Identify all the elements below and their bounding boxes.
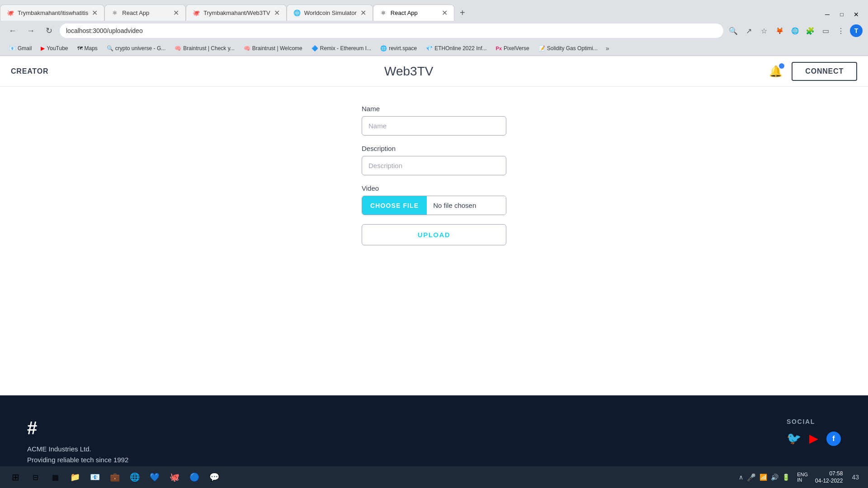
tab-3-close[interactable]: ✕ (274, 9, 280, 17)
profile-avatar[interactable]: T (850, 24, 863, 37)
tab-1-favicon: 🐙 (7, 9, 14, 17)
address-bar[interactable]: localhost:3000/uploadvideo (60, 23, 723, 38)
system-tray-chevron[interactable]: ∧ (739, 474, 743, 481)
file-input-row: CHOOSE FILE No file chosen (362, 196, 506, 215)
notification-center[interactable]: 43 (850, 472, 861, 483)
extension-icon-2[interactable]: 🌐 (788, 24, 801, 37)
tab-5[interactable]: ⚛ React App ✕ (373, 5, 454, 21)
tab-3-title: Trymbakmahant/Web3TV (203, 9, 270, 16)
name-input[interactable] (362, 116, 506, 136)
solidity-favicon: 📝 (538, 45, 545, 52)
maps-favicon: 🗺 (77, 45, 83, 52)
new-tab-button[interactable]: + (454, 5, 471, 21)
notification-badge (779, 63, 784, 69)
search-icon[interactable]: 🔍 (727, 24, 740, 37)
footer-social: SOCIAL 🐦 ▶ f (787, 418, 841, 446)
bookmark-remix-label: Remix - Ethereum I... (320, 45, 371, 52)
facebook-icon[interactable]: f (826, 432, 841, 446)
tab-1-title: Trymbakmahant/itiswhatitis (18, 9, 88, 16)
windows-start-button[interactable]: ⊞ (7, 469, 24, 485)
taskbar-left: ⊞ ⊟ ▦ 📁 📧 💼 🌐 💙 🐙 🔵 💬 (7, 469, 222, 485)
choose-file-button[interactable]: CHOOSE FILE (362, 196, 427, 215)
bookmark-braintrust1[interactable]: 🧠 Braintrust | Check y... (171, 44, 238, 53)
upload-form: Name Description Video CHOOSE FILE No fi… (362, 105, 506, 245)
tab-3[interactable]: 🐙 Trymbakmahant/Web3TV ✕ (186, 5, 286, 21)
taskbar-chrome[interactable]: 🔵 (186, 469, 203, 485)
bookmark-ethonline[interactable]: 💎 ETHOnline 2022 Inf... (422, 44, 490, 53)
taskbar-github[interactable]: 🐙 (166, 469, 183, 485)
extension-icon-1[interactable]: 🦊 (773, 24, 786, 37)
maximize-button[interactable]: □ (835, 8, 848, 21)
youtube-icon[interactable]: ▶ (809, 432, 818, 446)
bookmark-revirt[interactable]: 🌐 revirt.space (377, 44, 420, 53)
taskbar-search-button[interactable]: ⊟ (27, 469, 43, 485)
language-label: ENG (797, 472, 808, 477)
bookmark-crypto[interactable]: 🔍 crypto universe - G... (103, 44, 169, 53)
bookmark-icon[interactable]: ☆ (758, 24, 770, 37)
bookmark-remix[interactable]: 🔷 Remix - Ethereum I... (308, 44, 375, 53)
tab-1[interactable]: 🐙 Trymbakmahant/itiswhatitis ✕ (0, 5, 104, 21)
taskbar-file-manager[interactable]: 📁 (67, 469, 83, 485)
connect-button[interactable]: CONNECT (792, 62, 857, 81)
main-content: Name Description Video CHOOSE FILE No fi… (0, 87, 868, 395)
language-region: ENG IN (797, 472, 808, 483)
clock-date: 04-12-2022 (815, 478, 843, 484)
bookmark-pixelverse[interactable]: Px PixelVerse (492, 44, 533, 53)
network-icon[interactable]: 📶 (760, 474, 767, 481)
taskbar-edge[interactable]: 🌐 (127, 469, 143, 485)
footer-brand: # ACME Industries Ltd. Providing reliabl… (27, 418, 128, 465)
tab-2-close[interactable]: ✕ (173, 9, 179, 17)
address-bar-row: ← → ↻ localhost:3000/uploadvideo 🔍 ↗ ☆ 🦊… (0, 21, 868, 41)
gmail-favicon: 📧 (9, 45, 16, 52)
region-label: IN (797, 477, 802, 483)
microphone-icon[interactable]: 🎤 (747, 473, 756, 482)
tab-2[interactable]: ⚛ React App ✕ (104, 5, 186, 21)
extensions-icon[interactable]: 🧩 (804, 24, 816, 37)
reload-button[interactable]: ↻ (42, 23, 56, 38)
name-label: Name (362, 105, 506, 113)
bookmark-revirt-label: revirt.space (389, 45, 417, 52)
battery-icon[interactable]: 🔋 (782, 474, 790, 481)
bookmark-braintrust2[interactable]: 🧠 Braintrust | Welcome (240, 44, 306, 53)
volume-icon[interactable]: 🔊 (771, 474, 778, 481)
description-input[interactable] (362, 156, 506, 175)
name-form-group: Name (362, 105, 506, 136)
youtube-favicon: ▶ (41, 45, 45, 52)
close-window-button[interactable]: ✕ (850, 8, 863, 21)
remix-favicon: 🔷 (311, 45, 318, 52)
description-label: Description (362, 145, 506, 152)
taskbar-vscode[interactable]: 💙 (146, 469, 163, 485)
taskbar-email[interactable]: 📧 (87, 469, 103, 485)
creator-nav-item[interactable]: CREATOR (11, 67, 48, 75)
share-icon[interactable]: ↗ (742, 24, 755, 37)
more-bookmarks-icon[interactable]: » (603, 43, 612, 53)
taskbar-discord[interactable]: 💬 (206, 469, 222, 485)
sidebar-icon[interactable]: ▭ (819, 24, 832, 37)
twitter-icon[interactable]: 🐦 (787, 432, 801, 446)
bookmark-youtube[interactable]: ▶ YouTube (37, 44, 71, 53)
taskbar-widgets-button[interactable]: ▦ (47, 469, 63, 485)
tab-4[interactable]: 🌐 Worldcoin Simulator ✕ (287, 5, 373, 21)
no-file-label: No file chosen (427, 196, 506, 215)
minimize-button[interactable]: ─ (821, 8, 834, 21)
bookmark-gmail[interactable]: 📧 Gmail (5, 44, 35, 53)
tab-5-close[interactable]: ✕ (442, 9, 448, 17)
pixelverse-favicon: Px (496, 46, 502, 51)
forward-button[interactable]: → (24, 23, 38, 38)
crypto-favicon: 🔍 (107, 45, 113, 52)
braintrust1-favicon: 🧠 (175, 45, 181, 52)
taskbar-time-date: 07:58 04-12-2022 (815, 470, 843, 484)
notification-bell[interactable]: 🔔 (769, 65, 783, 78)
back-button[interactable]: ← (5, 23, 20, 38)
bookmark-pixelverse-label: PixelVerse (504, 45, 529, 52)
tab-4-close[interactable]: ✕ (360, 9, 366, 17)
bookmark-maps[interactable]: 🗺 Maps (74, 44, 101, 53)
tab-1-close[interactable]: ✕ (92, 9, 98, 17)
upload-button[interactable]: UPLOAD (362, 224, 506, 245)
video-form-group: Video CHOOSE FILE No file chosen (362, 184, 506, 215)
description-form-group: Description (362, 145, 506, 175)
bookmark-solidity[interactable]: 📝 Solidity Gas Optimi... (535, 44, 601, 53)
tab-3-favicon: 🐙 (193, 9, 200, 17)
more-options-icon[interactable]: ⋮ (835, 24, 847, 37)
taskbar-office[interactable]: 💼 (107, 469, 123, 485)
